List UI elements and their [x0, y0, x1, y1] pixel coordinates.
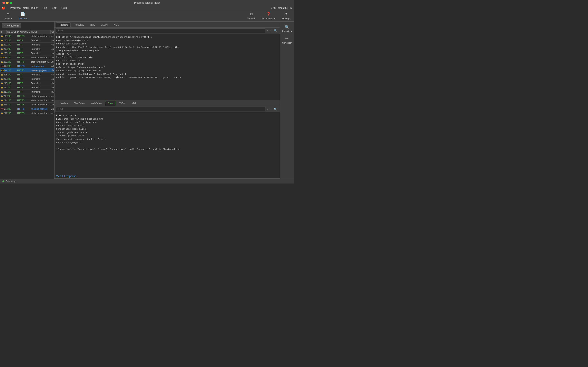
cell-result: 200: [7, 60, 16, 64]
menu-app[interactable]: Progress Telerik Fiddler: [9, 6, 39, 9]
lock-icon: 🔒: [1, 112, 3, 115]
cell-num: HTML206: [0, 64, 7, 68]
tab-headers-resp[interactable]: Headers: [56, 101, 71, 106]
response-find-input[interactable]: [56, 107, 265, 111]
tab-raw-resp[interactable]: Raw: [105, 101, 115, 106]
find-prev-resp[interactable]: ‹: [266, 107, 269, 111]
find-search-req[interactable]: 🔍: [273, 29, 278, 33]
table-row[interactable]: 🔒213 200 HTTPS static.production.... /as…: [0, 94, 54, 98]
cell-url: /assets/bundles/ddc44: [51, 94, 54, 98]
table-row[interactable]: 🔒211 200 HTTP Tunnel to thenounproject.c…: [0, 85, 54, 90]
find-next-resp[interactable]: ›: [269, 107, 272, 111]
tab-headers-req[interactable]: Headers: [56, 22, 71, 27]
tab-textview-req[interactable]: TextView: [71, 22, 86, 27]
apple-menu[interactable]: 🍎: [2, 6, 5, 9]
menu-help[interactable]: Help: [61, 6, 68, 9]
cell-protocol: HTTP: [16, 77, 30, 81]
table-row[interactable]: 🔒208 200 HTTP Tunnel to static.productio…: [0, 73, 54, 77]
tab-raw-req[interactable]: Raw: [87, 22, 98, 27]
cell-url: /v3/fingerprinted/js/m-: [51, 64, 54, 68]
lock-icon: 🔒: [1, 35, 3, 38]
status-dot: [2, 180, 4, 182]
table-row[interactable]: 🔒212 200 HTTP Tunnel to m.stripe.network…: [0, 90, 54, 94]
table-row[interactable]: 🔒199 200 HTTPS static.production.... /as…: [0, 34, 54, 38]
cell-num: 🔒202: [0, 47, 7, 51]
response-find-bar: ‹ › 🔍: [54, 106, 280, 112]
cell-result: 200: [7, 81, 16, 85]
stream-label: Stream: [4, 17, 12, 20]
table-row[interactable]: 🔒203 200 HTTP Tunnel to static.productio…: [0, 51, 54, 55]
table-row[interactable]: 🔒210 200 HTTP Tunnel to thenounproject.c…: [0, 81, 54, 85]
menu-edit[interactable]: Edit: [51, 6, 57, 9]
documentation-button[interactable]: ❓ Documentation: [261, 12, 276, 20]
statusbar: Capturing...: [0, 179, 294, 184]
inspectors-button[interactable]: 🔍 Inspectors: [280, 23, 294, 34]
table-row[interactable]: HTML216 200 HTTPS m.stripe.network /inne…: [0, 107, 54, 111]
col-num: #: [0, 30, 7, 34]
composer-button[interactable]: ✏ Composer: [280, 35, 294, 46]
inspectors-icon: 🔍: [285, 25, 289, 29]
remove-all-button[interactable]: ✕ Remove all: [2, 23, 21, 28]
tab-xml-req[interactable]: XML: [111, 22, 121, 27]
tab-xml-resp[interactable]: XML: [129, 101, 139, 106]
table-row[interactable]: 🔒205 200 HTTPS thenounproject.c... /home…: [0, 60, 54, 64]
table-row[interactable]: 🔒209 200 HTTP Tunnel to static.productio…: [0, 77, 54, 81]
table-row[interactable]: 🔒217 200 HTTPS static.production.... /as…: [0, 111, 54, 115]
table-row[interactable]: 🔒214 200 HTTPS static.production.... /as…: [0, 98, 54, 103]
find-prev-req[interactable]: ‹: [266, 29, 269, 33]
table-row[interactable]: 🔒215 200 HTTPS static.production.... /as…: [0, 103, 54, 107]
documentation-label: Documentation: [261, 17, 276, 20]
traffic-lights: [2, 2, 12, 4]
network-button[interactable]: 🖥 Network: [246, 12, 256, 20]
maximize-button[interactable]: [10, 2, 12, 4]
table-row[interactable]: 🔒200 200 HTTP Tunnel to thenounproject.c…: [0, 38, 54, 43]
cell-url: thenounproject.com:44: [51, 85, 54, 90]
find-next-req[interactable]: ›: [269, 29, 272, 33]
cell-result: 200: [7, 51, 16, 55]
close-button[interactable]: [2, 2, 5, 4]
table-row[interactable]: JSON207 200 HTTPS thenounproject.c... /f…: [0, 68, 54, 73]
battery-status: 97%: [271, 7, 276, 9]
request-find-input[interactable]: [56, 28, 265, 33]
settings-button[interactable]: ⚙ Settings: [281, 12, 291, 20]
cell-url: /assets/bundles/c6c77a: [51, 111, 54, 115]
tab-webview-resp[interactable]: Web View: [88, 101, 104, 106]
find-search-resp[interactable]: 🔍: [273, 107, 278, 111]
cell-url: /assets/bundles/2e6c7a: [51, 103, 54, 107]
settings-icon: ⚙: [284, 12, 287, 17]
cell-result: 200: [7, 85, 16, 90]
cell-num: 🔒214: [0, 98, 7, 102]
composer-icon: ✏: [285, 36, 288, 41]
cell-protocol: HTTPS: [16, 64, 30, 68]
main-content: ✕ Remove all # RESULT PROTOCOL HOST URL …: [0, 22, 294, 179]
tab-json-req[interactable]: JSON: [98, 22, 110, 27]
table-header: # RESULT PROTOCOL HOST URL: [0, 30, 54, 34]
table-row[interactable]: JSON204 200 HTTPS static.production.... …: [0, 55, 54, 60]
tab-json-resp[interactable]: JSON: [116, 101, 128, 106]
table-row[interactable]: 🔒201 200 HTTP Tunnel to static.productio…: [0, 43, 54, 47]
cell-result: 200: [7, 94, 16, 98]
menu-file[interactable]: File: [42, 6, 48, 9]
cell-host: thenounproject.c...: [30, 60, 51, 64]
cell-num: 🔒208: [0, 73, 7, 77]
decode-button[interactable]: 📄 Decode: [18, 12, 28, 20]
cell-host: static.production....: [30, 111, 51, 115]
stream-icon: ⟳: [7, 12, 10, 17]
cell-host: static.production....: [30, 34, 51, 38]
tab-textview-resp[interactable]: Text View: [71, 101, 87, 106]
status-label: Capturing...: [6, 180, 17, 183]
table-row[interactable]: 🔒202 200 HTTP Tunnel to static.productio…: [0, 47, 54, 51]
cell-result: 200: [7, 34, 16, 38]
col-host: HOST: [30, 30, 51, 34]
lock-icon: 🔒: [1, 82, 3, 85]
table-row[interactable]: HTML206 200 HTTPS js.stripe.com /v3/fing…: [0, 64, 54, 68]
cell-url: static.production.theno: [51, 43, 54, 47]
cell-url: /assets/bundles/ec672: [51, 98, 54, 102]
minimize-button[interactable]: [6, 2, 9, 4]
request-panel: Headers TextView Raw JSON XML ‹ › 🔍 GET …: [54, 22, 280, 100]
stream-button[interactable]: ⟳ Stream: [3, 12, 13, 20]
view-full-response-link[interactable]: View full response...: [56, 175, 278, 178]
cell-result: 200: [7, 73, 16, 77]
cell-result: 200: [7, 43, 16, 47]
cell-num: 🔒210: [0, 81, 7, 85]
